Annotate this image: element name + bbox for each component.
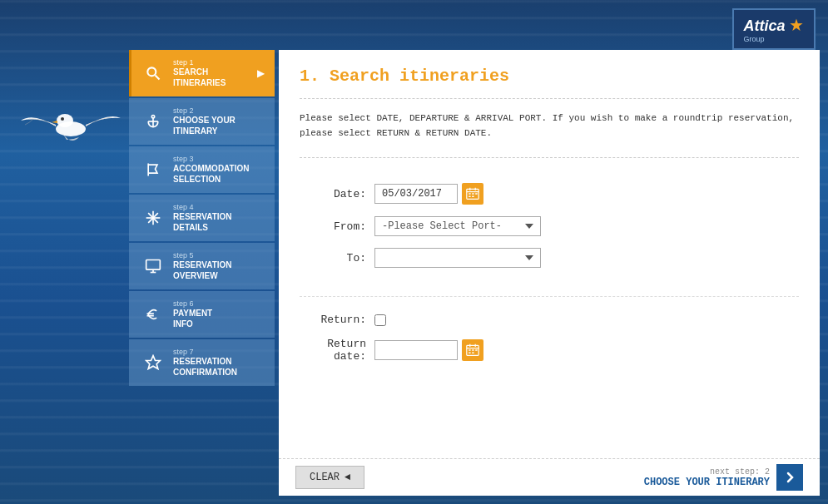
step3-title: ACCOMMODATIONSELECTION — [173, 163, 265, 185]
anchor-icon — [141, 110, 165, 133]
svg-rect-27 — [475, 193, 477, 195]
sidebar-item-search[interactable]: step 1 SEARCHITINERARIES ▶ — [129, 50, 275, 96]
date-row: Date: — [300, 183, 799, 205]
step2-text: step 2 CHOOSE YOURITINERARY — [173, 106, 265, 136]
step5-text: step 5 RESERVATIONOVERVIEW — [173, 251, 265, 281]
return-date-label: Return date: — [300, 338, 366, 363]
snowflake-icon — [141, 206, 165, 230]
return-divider — [300, 296, 799, 297]
next-step-text: next step: 2 CHOOSE YOUR ITINERARY — [644, 467, 770, 488]
date-label: Date: — [300, 188, 366, 200]
svg-point-5 — [151, 116, 154, 118]
clear-button[interactable]: CLEAR ◄ — [295, 466, 364, 489]
step7-text: step 7 RESERVATIONCONFIRMATION — [173, 348, 265, 378]
euro-icon — [141, 303, 165, 326]
svg-rect-23 — [469, 193, 470, 195]
step2-num: step 2 — [173, 106, 265, 115]
return-date-row: Return date: — [300, 338, 799, 363]
sidebar-item-payment[interactable]: step 6 PAYMENTINFO — [129, 291, 275, 338]
search-form: Date: — [300, 170, 799, 292]
return-date-input-group — [374, 339, 483, 361]
display-icon — [141, 254, 165, 278]
top-divider — [300, 98, 799, 99]
from-port-select[interactable]: -Please Select Port- Piraeus Heraklion P… — [374, 216, 541, 236]
return-section: Return: Return date: — [300, 309, 799, 378]
step4-text: step 4 RESERVATIONDETAILS — [173, 203, 265, 233]
next-step-button[interactable] — [776, 464, 803, 491]
search-icon — [141, 62, 165, 85]
sidebar-item-confirmation[interactable]: step 7 RESERVATIONCONFIRMATION — [129, 339, 275, 386]
from-row: From: -Please Select Port- Piraeus Herak… — [300, 216, 799, 236]
svg-rect-34 — [469, 353, 470, 354]
to-port-select[interactable]: Piraeus Heraklion Patras Igoumenitsa Anc… — [374, 248, 541, 268]
svg-rect-25 — [469, 196, 470, 198]
step5-title: RESERVATIONOVERVIEW — [173, 259, 265, 281]
svg-rect-32 — [469, 349, 470, 351]
to-row: To: Piraeus Heraklion Patras Igoumenitsa… — [300, 248, 799, 268]
step1-num: step 1 — [173, 58, 249, 67]
step3-text: step 3 ACCOMMODATIONSELECTION — [173, 155, 265, 185]
svg-marker-18 — [146, 356, 161, 369]
step6-text: step 6 PAYMENTINFO — [173, 299, 265, 329]
sidebar: step 1 SEARCHITINERARIES ▶ step 2 CHOOSE… — [129, 50, 275, 388]
svg-point-3 — [147, 67, 156, 76]
from-label: From: — [300, 220, 366, 233]
clear-arrow-icon: ◄ — [345, 472, 350, 483]
step1-arrow-icon: ▶ — [257, 67, 265, 79]
seagull-image — [17, 67, 125, 166]
svg-rect-36 — [475, 349, 477, 351]
instructions-text: Please select DATE, DEPARTURE & ARRIVAL … — [300, 111, 799, 141]
svg-point-1 — [57, 114, 73, 127]
svg-line-4 — [156, 76, 160, 80]
clear-label: CLEAR — [310, 472, 340, 483]
return-calendar-icon[interactable] — [462, 339, 483, 361]
step1-title: SEARCHITINERARIES — [173, 67, 249, 88]
sidebar-item-itinerary[interactable]: step 2 CHOOSE YOURITINERARY — [129, 98, 275, 145]
step2-title: CHOOSE YOURITINERARY — [173, 115, 265, 136]
next-step-label: next step: 2 — [644, 467, 770, 477]
step6-title: PAYMENTINFO — [173, 308, 265, 329]
svg-rect-13 — [146, 260, 161, 270]
return-checkbox[interactable] — [374, 314, 386, 326]
to-label: To: — [300, 252, 366, 264]
attica-star-icon: ★ — [789, 16, 804, 34]
step6-num: step 6 — [173, 299, 265, 308]
svg-rect-24 — [472, 193, 473, 195]
next-step-title: CHOOSE YOUR ITINERARY — [644, 477, 770, 488]
attica-logo: Attica ★ Group — [732, 8, 816, 50]
step4-title: RESERVATIONDETAILS — [173, 211, 265, 233]
sidebar-item-reservation-details[interactable]: step 4 RESERVATIONDETAILS — [129, 195, 275, 241]
next-step-area: next step: 2 CHOOSE YOUR ITINERARY — [644, 464, 803, 491]
svg-point-2 — [61, 117, 64, 121]
flag-icon — [141, 158, 165, 181]
attica-name: Attica — [744, 17, 786, 34]
step4-num: step 4 — [173, 203, 265, 211]
svg-rect-35 — [472, 353, 473, 354]
sidebar-item-accommodation[interactable]: step 3 ACCOMMODATIONSELECTION — [129, 146, 275, 193]
return-label: Return: — [300, 314, 366, 326]
date-input-group — [374, 183, 483, 205]
date-calendar-icon[interactable] — [462, 183, 483, 205]
step1-text: step 1 SEARCHITINERARIES — [173, 58, 249, 88]
svg-rect-33 — [472, 349, 473, 351]
step5-num: step 5 — [173, 251, 265, 259]
page-title: 1. Search itineraries — [300, 67, 799, 86]
attica-group-text: Group — [744, 35, 804, 43]
main-content: 1. Search itineraries Please select DATE… — [279, 50, 820, 496]
svg-rect-26 — [472, 196, 473, 198]
step7-num: step 7 — [173, 348, 265, 356]
return-checkbox-row: Return: — [300, 314, 799, 326]
step3-num: step 3 — [173, 155, 265, 163]
date-input[interactable] — [374, 184, 458, 204]
form-top-divider — [300, 157, 799, 158]
step7-title: RESERVATIONCONFIRMATION — [173, 356, 265, 378]
bottom-bar: CLEAR ◄ next step: 2 CHOOSE YOUR ITINERA… — [279, 458, 820, 496]
return-date-input[interactable] — [374, 340, 458, 360]
sidebar-item-reservation-overview[interactable]: step 5 RESERVATIONOVERVIEW — [129, 243, 275, 289]
star-icon — [141, 351, 165, 374]
